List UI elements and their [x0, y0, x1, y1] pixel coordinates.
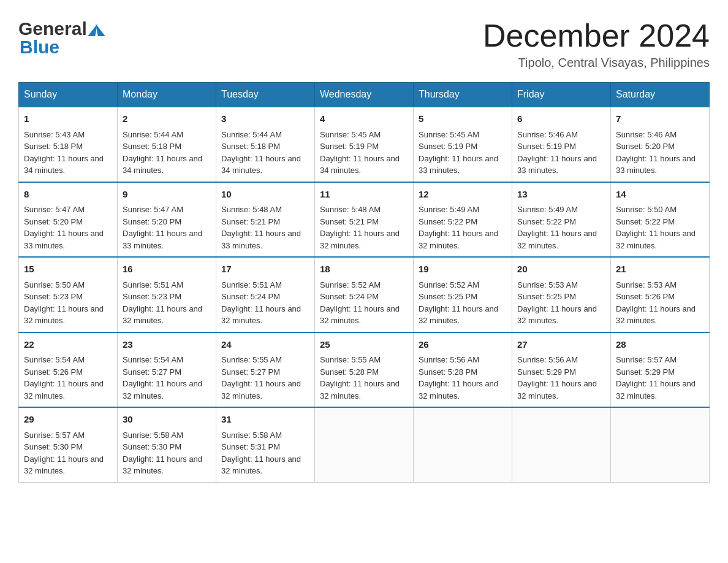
- daylight-text: Daylight: 11 hours and 33 minutes.: [616, 153, 704, 177]
- calendar-cell: 16Sunrise: 5:51 AMSunset: 5:23 PMDayligh…: [118, 257, 216, 332]
- day-number: 27: [517, 338, 605, 352]
- calendar-cell: 12Sunrise: 5:49 AMSunset: 5:22 PMDayligh…: [414, 182, 512, 258]
- calendar-table: SundayMondayTuesdayWednesdayThursdayFrid…: [18, 82, 710, 483]
- day-number: 26: [419, 338, 507, 352]
- day-number: 19: [419, 262, 507, 277]
- daylight-text: Daylight: 11 hours and 32 minutes.: [616, 378, 704, 402]
- sunrise-text: Sunrise: 5:54 AM: [24, 354, 112, 366]
- day-number: 30: [123, 413, 211, 427]
- sunrise-text: Sunrise: 5:46 AM: [517, 129, 605, 141]
- sunset-text: Sunset: 5:31 PM: [221, 441, 309, 453]
- calendar-week-row: 15Sunrise: 5:50 AMSunset: 5:23 PMDayligh…: [19, 257, 710, 332]
- daylight-text: Daylight: 11 hours and 32 minutes.: [419, 228, 507, 251]
- calendar-week-row: 8Sunrise: 5:47 AMSunset: 5:20 PMDaylight…: [19, 182, 710, 258]
- day-number: 6: [517, 112, 605, 126]
- day-number: 14: [616, 188, 704, 202]
- calendar-cell: 1Sunrise: 5:43 AMSunset: 5:18 PMDaylight…: [19, 107, 118, 182]
- calendar-cell: 8Sunrise: 5:47 AMSunset: 5:20 PMDaylight…: [19, 182, 118, 258]
- calendar-cell: 10Sunrise: 5:48 AMSunset: 5:21 PMDayligh…: [216, 182, 315, 258]
- day-number: 18: [320, 262, 408, 277]
- day-number: 1: [24, 112, 112, 126]
- calendar-week-row: 22Sunrise: 5:54 AMSunset: 5:26 PMDayligh…: [19, 332, 710, 408]
- calendar-cell: 5Sunrise: 5:45 AMSunset: 5:19 PMDaylight…: [414, 107, 512, 182]
- daylight-text: Daylight: 11 hours and 32 minutes.: [616, 303, 704, 327]
- calendar-cell: 20Sunrise: 5:53 AMSunset: 5:25 PMDayligh…: [512, 257, 611, 332]
- calendar-cell: 17Sunrise: 5:51 AMSunset: 5:24 PMDayligh…: [216, 257, 315, 332]
- sunrise-text: Sunrise: 5:53 AM: [517, 279, 605, 291]
- sunset-text: Sunset: 5:25 PM: [419, 291, 507, 303]
- daylight-text: Daylight: 11 hours and 34 minutes.: [320, 153, 408, 177]
- logo: General Blue: [18, 18, 104, 58]
- sunrise-text: Sunrise: 5:56 AM: [419, 354, 507, 366]
- calendar-cell: [611, 407, 710, 482]
- sunrise-text: Sunrise: 5:49 AM: [419, 204, 507, 216]
- daylight-text: Daylight: 11 hours and 32 minutes.: [320, 378, 408, 402]
- sunset-text: Sunset: 5:22 PM: [419, 216, 507, 228]
- calendar-header-friday: Friday: [512, 83, 611, 107]
- calendar-cell: 4Sunrise: 5:45 AMSunset: 5:19 PMDaylight…: [315, 107, 414, 182]
- calendar-cell: 7Sunrise: 5:46 AMSunset: 5:20 PMDaylight…: [611, 107, 710, 182]
- day-number: 31: [221, 413, 309, 427]
- sunrise-text: Sunrise: 5:50 AM: [24, 279, 112, 291]
- day-number: 25: [320, 338, 408, 352]
- calendar-header-thursday: Thursday: [414, 83, 512, 107]
- calendar-header-monday: Monday: [118, 83, 216, 107]
- sunrise-text: Sunrise: 5:44 AM: [221, 129, 309, 141]
- sunrise-text: Sunrise: 5:52 AM: [320, 279, 408, 291]
- sunset-text: Sunset: 5:30 PM: [123, 441, 211, 453]
- month-title: December 2024: [483, 18, 710, 53]
- sunset-text: Sunset: 5:23 PM: [123, 291, 211, 303]
- daylight-text: Daylight: 11 hours and 32 minutes.: [123, 453, 211, 477]
- daylight-text: Daylight: 11 hours and 32 minutes.: [616, 228, 704, 251]
- calendar-cell: 28Sunrise: 5:57 AMSunset: 5:29 PMDayligh…: [611, 332, 710, 408]
- daylight-text: Daylight: 11 hours and 33 minutes.: [221, 228, 309, 251]
- sunrise-text: Sunrise: 5:55 AM: [320, 354, 408, 366]
- daylight-text: Daylight: 11 hours and 34 minutes.: [123, 153, 211, 177]
- sunset-text: Sunset: 5:19 PM: [419, 140, 507, 153]
- sunset-text: Sunset: 5:23 PM: [24, 291, 112, 303]
- sunset-text: Sunset: 5:19 PM: [517, 140, 605, 153]
- calendar-cell: 26Sunrise: 5:56 AMSunset: 5:28 PMDayligh…: [414, 332, 512, 408]
- daylight-text: Daylight: 11 hours and 32 minutes.: [419, 378, 507, 402]
- calendar-cell: 29Sunrise: 5:57 AMSunset: 5:30 PMDayligh…: [19, 407, 118, 482]
- calendar-header-saturday: Saturday: [611, 83, 710, 107]
- daylight-text: Daylight: 11 hours and 32 minutes.: [320, 228, 408, 251]
- daylight-text: Daylight: 11 hours and 34 minutes.: [221, 153, 309, 177]
- calendar-cell: 9Sunrise: 5:47 AMSunset: 5:20 PMDaylight…: [118, 182, 216, 258]
- sunrise-text: Sunrise: 5:45 AM: [320, 129, 408, 141]
- sunrise-text: Sunrise: 5:51 AM: [221, 279, 309, 291]
- sunrise-text: Sunrise: 5:49 AM: [517, 204, 605, 216]
- calendar-cell: 23Sunrise: 5:54 AMSunset: 5:27 PMDayligh…: [118, 332, 216, 408]
- day-number: 5: [419, 112, 507, 126]
- sunset-text: Sunset: 5:21 PM: [320, 216, 408, 228]
- sunrise-text: Sunrise: 5:43 AM: [24, 129, 112, 141]
- daylight-text: Daylight: 11 hours and 32 minutes.: [24, 303, 112, 327]
- sunrise-text: Sunrise: 5:44 AM: [123, 129, 211, 141]
- sunset-text: Sunset: 5:18 PM: [221, 140, 309, 153]
- calendar-cell: 3Sunrise: 5:44 AMSunset: 5:18 PMDaylight…: [216, 107, 315, 182]
- sunrise-text: Sunrise: 5:45 AM: [419, 129, 507, 141]
- day-number: 11: [320, 188, 408, 202]
- daylight-text: Daylight: 11 hours and 32 minutes.: [419, 303, 507, 327]
- sunset-text: Sunset: 5:21 PM: [221, 216, 309, 228]
- calendar-cell: 30Sunrise: 5:58 AMSunset: 5:30 PMDayligh…: [118, 407, 216, 482]
- calendar-cell: 6Sunrise: 5:46 AMSunset: 5:19 PMDaylight…: [512, 107, 611, 182]
- sunset-text: Sunset: 5:28 PM: [419, 366, 507, 378]
- calendar-week-row: 29Sunrise: 5:57 AMSunset: 5:30 PMDayligh…: [19, 407, 710, 482]
- calendar-cell: 2Sunrise: 5:44 AMSunset: 5:18 PMDaylight…: [118, 107, 216, 182]
- day-number: 10: [221, 188, 309, 202]
- day-number: 17: [221, 262, 309, 277]
- calendar-cell: 18Sunrise: 5:52 AMSunset: 5:24 PMDayligh…: [315, 257, 414, 332]
- sunrise-text: Sunrise: 5:47 AM: [123, 204, 211, 216]
- calendar-header-sunday: Sunday: [19, 83, 118, 107]
- day-number: 15: [24, 262, 112, 277]
- sunrise-text: Sunrise: 5:51 AM: [123, 279, 211, 291]
- sunset-text: Sunset: 5:28 PM: [320, 366, 408, 378]
- calendar-cell: 14Sunrise: 5:50 AMSunset: 5:22 PMDayligh…: [611, 182, 710, 258]
- sunset-text: Sunset: 5:24 PM: [320, 291, 408, 303]
- calendar-cell: 31Sunrise: 5:58 AMSunset: 5:31 PMDayligh…: [216, 407, 315, 482]
- daylight-text: Daylight: 11 hours and 33 minutes.: [419, 153, 507, 177]
- sunset-text: Sunset: 5:27 PM: [221, 366, 309, 378]
- sunset-text: Sunset: 5:18 PM: [24, 140, 112, 153]
- daylight-text: Daylight: 11 hours and 32 minutes.: [123, 303, 211, 327]
